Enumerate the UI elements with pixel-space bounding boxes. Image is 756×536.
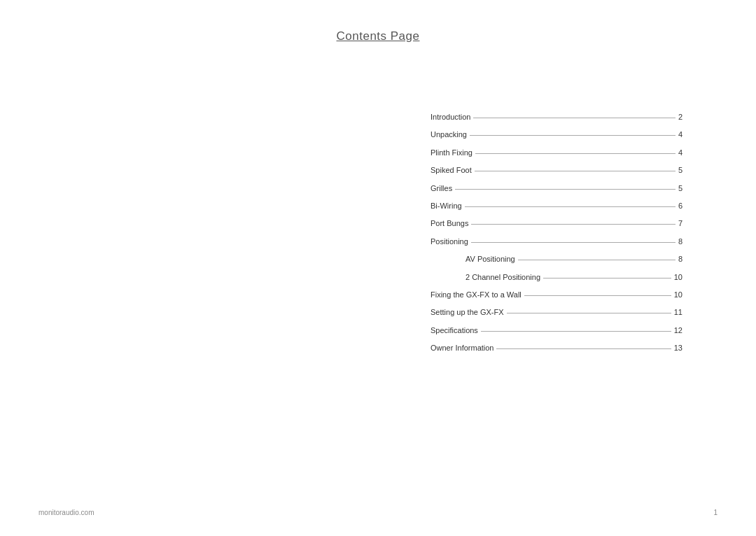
toc-item-dots [475, 153, 676, 154]
footer-page-number: 1 [713, 509, 718, 516]
toc-item: Positioning8 [430, 237, 682, 247]
toc-item-page: 5 [678, 183, 682, 194]
toc-item-dots [455, 189, 676, 190]
toc-item: Port Bungs7 [430, 218, 682, 229]
toc-item-page: 8 [678, 237, 682, 247]
toc-item-dots [518, 260, 676, 260]
page-container: Contents Page Introduction2Unpacking4Pli… [0, 0, 756, 536]
toc-item-dots [524, 295, 671, 296]
toc-item-label: Fixing the GX-FX to a Wall [430, 290, 522, 300]
toc-item-dots [473, 118, 675, 118]
toc-item-label: Bi-Wiring [430, 201, 462, 211]
toc-item-page: 7 [678, 218, 682, 229]
toc-item-page: 10 [674, 272, 682, 283]
toc-item-page: 12 [674, 325, 682, 336]
toc-item-label: Positioning [430, 237, 468, 247]
toc-item-page: 13 [674, 343, 682, 353]
toc-item-dots [543, 278, 671, 278]
toc-item-page: 4 [678, 148, 682, 158]
page-title: Contents Page [337, 29, 420, 43]
toc-item: Owner Information13 [430, 343, 682, 353]
toc-item-page: 4 [678, 129, 682, 140]
footer-website: monitoraudio.com [38, 509, 94, 516]
toc-item-dots [481, 331, 671, 332]
toc-item-page: 5 [678, 165, 682, 176]
toc-item-dots [496, 348, 671, 349]
toc-item-label: AV Positioning [465, 254, 515, 265]
toc-item: Unpacking4 [430, 129, 682, 140]
toc-item-page: 6 [678, 201, 682, 211]
toc-item-label: Specifications [430, 325, 478, 336]
toc-item-label: Setting up the GX-FX [430, 307, 504, 318]
footer: monitoraudio.com 1 [0, 509, 756, 516]
toc-item-page: 2 [678, 112, 682, 122]
toc-item-page: 11 [674, 307, 682, 318]
toc-item: Plinth Fixing4 [430, 148, 682, 158]
toc-item-dots [471, 242, 676, 243]
toc-item: Fixing the GX-FX to a Wall10 [430, 290, 682, 300]
toc-item-label: Grilles [430, 183, 452, 194]
toc-item-page: 10 [674, 290, 682, 300]
toc-item: 2 Channel Positioning10 [430, 272, 682, 283]
toc-item: Setting up the GX-FX11 [430, 307, 682, 318]
toc-item-page: 8 [678, 254, 682, 265]
toc-item-dots [465, 206, 676, 207]
toc-container: Introduction2Unpacking4Plinth Fixing4Spi… [430, 112, 682, 360]
toc-item-dots [475, 171, 676, 171]
toc-item-dots [507, 313, 671, 313]
toc-item: Grilles5 [430, 183, 682, 194]
toc-item-dots [470, 135, 676, 136]
toc-item: Bi-Wiring6 [430, 201, 682, 211]
toc-item: Spiked Foot5 [430, 165, 682, 176]
toc-item-label: Owner Information [430, 343, 493, 353]
toc-item: AV Positioning8 [430, 254, 682, 265]
toc-item-label: Port Bungs [430, 218, 468, 229]
toc-item-label: Introduction [430, 112, 470, 122]
toc-item-label: Plinth Fixing [430, 148, 472, 158]
toc-item-label: Spiked Foot [430, 165, 472, 176]
toc-item-label: Unpacking [430, 129, 467, 140]
toc-item-label: 2 Channel Positioning [465, 272, 540, 283]
toc-item: Specifications12 [430, 325, 682, 336]
toc-item-dots [471, 224, 675, 225]
toc-item: Introduction2 [430, 112, 682, 122]
